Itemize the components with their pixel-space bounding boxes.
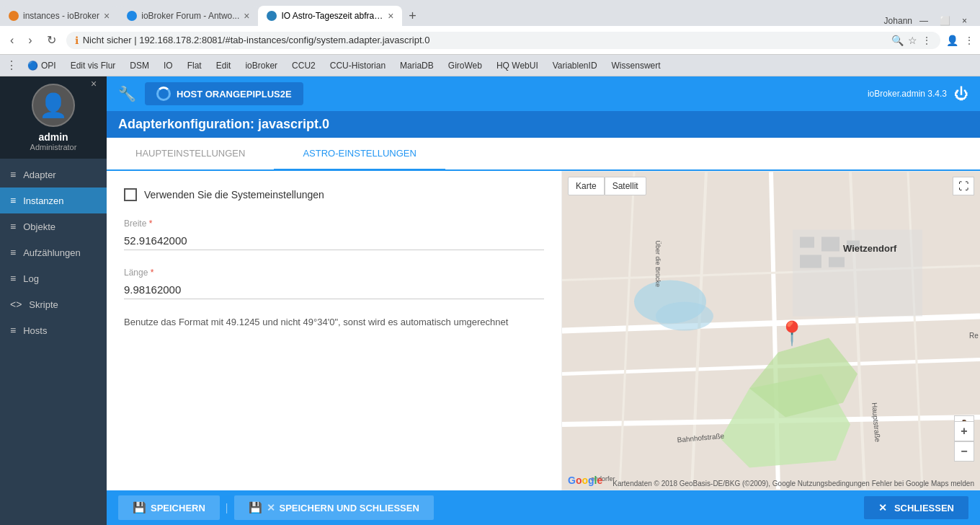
save-close-button[interactable]: 💾 ✕ SPEICHERN UND SCHLIESSEN xyxy=(234,495,434,520)
extensions-icon[interactable]: ⋮ xyxy=(922,35,932,46)
power-button[interactable]: ⏻ xyxy=(954,86,968,102)
sidebar-item-objekte[interactable]: ≡ Objekte xyxy=(0,213,107,239)
save-button[interactable]: 💾 SPEICHERN xyxy=(118,495,220,520)
map-container[interactable]: Bahnhofstraße Wietzendorf Hauptstraße Üb… xyxy=(562,171,980,490)
sidebar-item-adapter[interactable]: ≡ Adapter xyxy=(0,162,107,188)
sidebar-label-aufzaehlungen: Aufzählungen xyxy=(23,247,81,258)
tab-close-3[interactable]: × xyxy=(388,10,393,22)
bookmark-ccu2[interactable]: CCU2 xyxy=(288,59,320,72)
reload-button[interactable]: ↻ xyxy=(43,32,61,48)
bookmark-dsm[interactable]: DSM xyxy=(125,59,153,72)
map-fullscreen-button[interactable]: ⛶ xyxy=(953,177,974,195)
left-panel: Verwenden Sie die Systemeinstellungen Br… xyxy=(107,171,562,490)
close-icon: ✕ xyxy=(878,502,887,513)
tab-astro-einstellungen[interactable]: ASTRO-EINSTELLUNGEN xyxy=(274,138,445,171)
sidebar-item-aufzaehlungen[interactable]: ≡ Aufzählungen xyxy=(0,239,107,265)
bookmark-opi[interactable]: 🔵 OPI xyxy=(23,59,61,72)
back-button[interactable]: ‹ xyxy=(6,32,18,48)
version-label: ioBroker.admin 3.4.3 xyxy=(868,89,947,99)
sidebar-close-button[interactable]: × xyxy=(91,78,97,89)
avatar-icon: 👤 xyxy=(39,92,68,119)
instanzen-icon: ≡ xyxy=(10,195,16,206)
sidebar-item-skripte[interactable]: <> Skripte xyxy=(0,291,107,317)
forward-button[interactable]: › xyxy=(24,32,36,48)
bookmark-icon-opi: 🔵 xyxy=(27,61,38,71)
bookmark-wissenswert[interactable]: Wissenswert xyxy=(607,59,665,72)
bookmark-mariadb[interactable]: MariaDB xyxy=(396,59,438,72)
objekte-icon: ≡ xyxy=(10,221,16,232)
use-system-settings-label: Verwenden Sie die Systemeinstellungen xyxy=(144,189,324,200)
avatar: 👤 xyxy=(32,84,75,127)
bookmark-giroweb[interactable]: GiroWeb xyxy=(444,59,486,72)
wrench-icon[interactable]: 🔧 xyxy=(118,85,136,102)
sidebar-label-instanzen: Instanzen xyxy=(23,195,63,206)
use-system-settings-checkbox[interactable] xyxy=(124,188,137,201)
security-icon: ℹ xyxy=(75,35,79,46)
sidebar-item-hosts[interactable]: ≡ Hosts xyxy=(0,317,107,343)
latitude-label: Breite * xyxy=(124,219,544,229)
bookmark-iobroker[interactable]: ioBroker xyxy=(241,59,282,72)
svg-rect-19 xyxy=(829,257,845,268)
sidebar: 👤 admin Administrator × ≡ Adapter ≡ Inst… xyxy=(0,76,107,525)
map-svg: Bahnhofstraße Wietzendorf Hauptstraße Üb… xyxy=(562,171,980,490)
tab-forum[interactable]: ioBroker Forum - Antwo... × xyxy=(118,6,258,26)
top-bar: 🔧 HOST ORANGEPIPLUS2E ioBroker.admin 3.4… xyxy=(107,76,980,111)
sidebar-label-hosts: Hosts xyxy=(23,325,47,336)
svg-text:Wietzendorf: Wietzendorf xyxy=(843,243,897,254)
map-zoom-in-button[interactable]: + xyxy=(954,421,974,441)
new-tab-button[interactable]: + xyxy=(402,6,422,26)
bookmark-flat[interactable]: Flat xyxy=(183,59,206,72)
user-name: admin xyxy=(7,131,99,143)
profile-icon[interactable]: 👤 xyxy=(946,35,958,46)
tab-instances[interactable]: instances - ioBroker × xyxy=(0,6,118,26)
apps-icon[interactable]: ⋮ xyxy=(6,58,17,72)
page-title: Adapterkonfiguration: javascript.0 xyxy=(107,111,980,138)
longitude-input[interactable] xyxy=(124,281,544,299)
close-window-button[interactable]: × xyxy=(958,16,971,26)
tab-title-3: IO Astro-Tageszeit abfragen xyxy=(281,11,383,21)
bookmark-hq-webui[interactable]: HQ WebUI xyxy=(492,59,543,72)
map-view-controls: Karte Satellit xyxy=(568,177,646,195)
svg-point-13 xyxy=(656,302,713,331)
longitude-required: * xyxy=(148,268,153,278)
svg-rect-15 xyxy=(800,237,814,248)
bookmark-variablenid[interactable]: VariablenID xyxy=(548,59,602,72)
host-badge[interactable]: HOST ORANGEPIPLUS2E xyxy=(145,82,303,105)
bookmark-edit[interactable]: Edit xyxy=(212,59,236,72)
bookmark-edit-vis-flur[interactable]: Edit vis Flur xyxy=(66,59,120,72)
save-close-x-icon: ✕ xyxy=(267,502,275,513)
host-spinner xyxy=(156,87,171,101)
tab-haupteinstellungen[interactable]: HAUPTEINSTELLUNGEN xyxy=(107,138,274,171)
longitude-label: Länge * xyxy=(124,268,544,278)
sidebar-label-log: Log xyxy=(23,273,39,284)
bookmark-io[interactable]: IO xyxy=(159,59,177,72)
map-satellit-button[interactable]: Satellit xyxy=(605,177,646,195)
minimize-button[interactable]: — xyxy=(915,16,932,26)
svg-rect-16 xyxy=(821,237,839,252)
search-icon[interactable]: 🔍 xyxy=(891,35,904,46)
bookmark-ccu-historian[interactable]: CCU-Historian xyxy=(326,59,390,72)
maximize-button[interactable]: ⬜ xyxy=(935,16,955,26)
menu-icon[interactable]: ⋮ xyxy=(964,35,974,46)
sidebar-label-objekte: Objekte xyxy=(23,221,55,232)
tab-close-1[interactable]: × xyxy=(104,10,110,22)
tab-close-2[interactable]: × xyxy=(244,10,249,22)
tab-favicon-3 xyxy=(267,11,277,21)
bottom-bar: 💾 SPEICHERN | 💾 ✕ SPEICHERN UND SCHLIESS… xyxy=(107,490,980,525)
star-icon[interactable]: ☆ xyxy=(908,35,917,46)
sidebar-item-log[interactable]: ≡ Log xyxy=(0,265,107,291)
map-attribution: Kartendaten © 2018 GeoBasis-DE/BKG (©200… xyxy=(612,480,974,488)
content-area: Verwenden Sie die Systemeinstellungen Br… xyxy=(107,171,980,490)
latitude-input[interactable] xyxy=(124,231,544,250)
button-separator: | xyxy=(226,502,228,513)
tab-astro[interactable]: IO Astro-Tageszeit abfragen × xyxy=(258,6,402,26)
user-role: Administrator xyxy=(7,143,99,151)
sidebar-item-instanzen[interactable]: ≡ Instanzen xyxy=(0,188,107,213)
svg-text:Über die Brücke: Über die Brücke xyxy=(654,241,662,288)
map-zoom-out-button[interactable]: − xyxy=(954,441,974,462)
close-button[interactable]: ✕ SCHLIESSEN xyxy=(864,496,968,519)
tab-favicon-1 xyxy=(9,11,19,21)
log-icon: ≡ xyxy=(10,273,16,284)
latitude-required: * xyxy=(146,219,152,229)
map-karte-button[interactable]: Karte xyxy=(568,177,605,195)
